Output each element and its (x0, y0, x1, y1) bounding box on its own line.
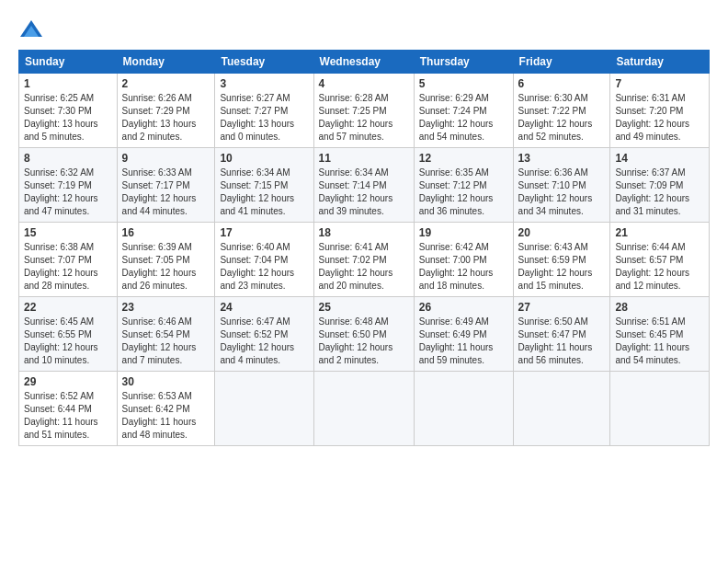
day-info: Sunrise: 6:28 AM Sunset: 7:25 PM Dayligh… (319, 92, 409, 144)
calendar-cell: 17Sunrise: 6:40 AM Sunset: 7:04 PM Dayli… (215, 223, 313, 297)
day-number: 18 (319, 226, 409, 239)
calendar-cell: 14Sunrise: 6:37 AM Sunset: 7:09 PM Dayli… (610, 148, 710, 223)
week-row-2: 8Sunrise: 6:32 AM Sunset: 7:19 PM Daylig… (19, 148, 710, 223)
day-info: Sunrise: 6:51 AM Sunset: 6:45 PM Dayligh… (615, 316, 704, 367)
calendar-cell: 5Sunrise: 6:29 AM Sunset: 7:24 PM Daylig… (414, 74, 513, 148)
day-number: 9 (122, 152, 210, 165)
page: SundayMondayTuesdayWednesdayThursdayFrid… (0, 0, 728, 563)
calendar-cell: 2Sunrise: 6:26 AM Sunset: 7:29 PM Daylig… (117, 74, 215, 148)
day-info: Sunrise: 6:35 AM Sunset: 7:12 PM Dayligh… (419, 167, 508, 218)
day-info: Sunrise: 6:42 AM Sunset: 7:00 PM Dayligh… (419, 241, 508, 293)
day-info: Sunrise: 6:53 AM Sunset: 6:42 PM Dayligh… (122, 390, 210, 442)
calendar-cell: 20Sunrise: 6:43 AM Sunset: 6:59 PM Dayli… (513, 223, 610, 297)
week-row-1: 1Sunrise: 6:25 AM Sunset: 7:30 PM Daylig… (19, 74, 710, 148)
calendar-cell: 19Sunrise: 6:42 AM Sunset: 7:00 PM Dayli… (414, 223, 513, 297)
calendar-cell: 30Sunrise: 6:53 AM Sunset: 6:42 PM Dayli… (117, 372, 215, 446)
calendar-cell: 7Sunrise: 6:31 AM Sunset: 7:20 PM Daylig… (610, 74, 710, 148)
day-number: 15 (24, 226, 112, 239)
day-info: Sunrise: 6:30 AM Sunset: 7:22 PM Dayligh… (518, 92, 606, 144)
calendar-cell: 1Sunrise: 6:25 AM Sunset: 7:30 PM Daylig… (19, 74, 118, 148)
weekday-header-friday: Friday (513, 51, 610, 74)
day-info: Sunrise: 6:34 AM Sunset: 7:14 PM Dayligh… (319, 167, 409, 218)
week-row-5: 29Sunrise: 6:52 AM Sunset: 6:44 PM Dayli… (19, 372, 710, 446)
day-number: 1 (24, 77, 112, 90)
calendar-cell: 22Sunrise: 6:45 AM Sunset: 6:55 PM Dayli… (19, 297, 118, 372)
day-info: Sunrise: 6:49 AM Sunset: 6:49 PM Dayligh… (419, 316, 508, 367)
day-number: 10 (220, 152, 308, 165)
calendar-cell: 29Sunrise: 6:52 AM Sunset: 6:44 PM Dayli… (19, 372, 118, 446)
day-info: Sunrise: 6:36 AM Sunset: 7:10 PM Dayligh… (518, 167, 606, 218)
day-info: Sunrise: 6:32 AM Sunset: 7:19 PM Dayligh… (24, 167, 112, 218)
day-info: Sunrise: 6:33 AM Sunset: 7:17 PM Dayligh… (122, 167, 210, 218)
calendar-cell (313, 372, 414, 446)
day-number: 12 (419, 152, 508, 165)
calendar-cell: 27Sunrise: 6:50 AM Sunset: 6:47 PM Dayli… (513, 297, 610, 372)
day-number: 25 (319, 301, 409, 314)
day-info: Sunrise: 6:50 AM Sunset: 6:47 PM Dayligh… (518, 316, 606, 367)
calendar-cell: 25Sunrise: 6:48 AM Sunset: 6:50 PM Dayli… (313, 297, 414, 372)
calendar-cell: 26Sunrise: 6:49 AM Sunset: 6:49 PM Dayli… (414, 297, 513, 372)
day-info: Sunrise: 6:47 AM Sunset: 6:52 PM Dayligh… (220, 316, 308, 367)
day-number: 17 (220, 226, 308, 239)
day-number: 19 (419, 226, 508, 239)
calendar-cell: 8Sunrise: 6:32 AM Sunset: 7:19 PM Daylig… (19, 148, 118, 223)
weekday-header-monday: Monday (117, 51, 215, 74)
day-number: 24 (220, 301, 308, 314)
day-info: Sunrise: 6:48 AM Sunset: 6:50 PM Dayligh… (319, 316, 409, 367)
calendar-cell: 23Sunrise: 6:46 AM Sunset: 6:54 PM Dayli… (117, 297, 215, 372)
logo (18, 18, 48, 44)
calendar-table: SundayMondayTuesdayWednesdayThursdayFrid… (18, 50, 710, 446)
day-number: 3 (220, 77, 308, 90)
day-number: 11 (319, 152, 409, 165)
header (18, 15, 710, 44)
calendar-cell: 4Sunrise: 6:28 AM Sunset: 7:25 PM Daylig… (313, 74, 414, 148)
day-number: 22 (24, 301, 112, 314)
day-info: Sunrise: 6:26 AM Sunset: 7:29 PM Dayligh… (122, 92, 210, 144)
day-number: 30 (122, 375, 210, 388)
calendar-cell: 10Sunrise: 6:34 AM Sunset: 7:15 PM Dayli… (215, 148, 313, 223)
day-number: 26 (419, 301, 508, 314)
day-number: 23 (122, 301, 210, 314)
calendar-cell: 6Sunrise: 6:30 AM Sunset: 7:22 PM Daylig… (513, 74, 610, 148)
weekday-header-saturday: Saturday (610, 51, 710, 74)
calendar-cell (414, 372, 513, 446)
day-number: 27 (518, 301, 606, 314)
calendar-cell: 24Sunrise: 6:47 AM Sunset: 6:52 PM Dayli… (215, 297, 313, 372)
day-info: Sunrise: 6:45 AM Sunset: 6:55 PM Dayligh… (24, 316, 112, 367)
day-number: 20 (518, 226, 606, 239)
calendar-cell: 3Sunrise: 6:27 AM Sunset: 7:27 PM Daylig… (215, 74, 313, 148)
day-number: 13 (518, 152, 606, 165)
day-info: Sunrise: 6:43 AM Sunset: 6:59 PM Dayligh… (518, 241, 606, 293)
day-number: 2 (122, 77, 210, 90)
day-number: 16 (122, 226, 210, 239)
day-number: 4 (319, 77, 409, 90)
calendar-cell: 16Sunrise: 6:39 AM Sunset: 7:05 PM Dayli… (117, 223, 215, 297)
weekday-header-thursday: Thursday (414, 51, 513, 74)
weekday-header-wednesday: Wednesday (313, 51, 414, 74)
calendar-cell: 9Sunrise: 6:33 AM Sunset: 7:17 PM Daylig… (117, 148, 215, 223)
day-info: Sunrise: 6:46 AM Sunset: 6:54 PM Dayligh… (122, 316, 210, 367)
day-info: Sunrise: 6:31 AM Sunset: 7:20 PM Dayligh… (615, 92, 704, 144)
week-row-4: 22Sunrise: 6:45 AM Sunset: 6:55 PM Dayli… (19, 297, 710, 372)
calendar-cell: 13Sunrise: 6:36 AM Sunset: 7:10 PM Dayli… (513, 148, 610, 223)
calendar-cell: 15Sunrise: 6:38 AM Sunset: 7:07 PM Dayli… (19, 223, 118, 297)
day-number: 21 (615, 226, 704, 239)
day-info: Sunrise: 6:29 AM Sunset: 7:24 PM Dayligh… (419, 92, 508, 144)
day-number: 28 (615, 301, 704, 314)
day-info: Sunrise: 6:38 AM Sunset: 7:07 PM Dayligh… (24, 241, 112, 293)
calendar-cell: 12Sunrise: 6:35 AM Sunset: 7:12 PM Dayli… (414, 148, 513, 223)
day-number: 8 (24, 152, 112, 165)
day-info: Sunrise: 6:40 AM Sunset: 7:04 PM Dayligh… (220, 241, 308, 293)
day-number: 5 (419, 77, 508, 90)
day-info: Sunrise: 6:44 AM Sunset: 6:57 PM Dayligh… (615, 241, 704, 293)
day-number: 14 (615, 152, 704, 165)
day-number: 7 (615, 77, 704, 90)
day-info: Sunrise: 6:25 AM Sunset: 7:30 PM Dayligh… (24, 92, 112, 144)
day-info: Sunrise: 6:39 AM Sunset: 7:05 PM Dayligh… (122, 241, 210, 293)
calendar-cell: 18Sunrise: 6:41 AM Sunset: 7:02 PM Dayli… (313, 223, 414, 297)
calendar-cell (513, 372, 610, 446)
weekday-header-tuesday: Tuesday (215, 51, 313, 74)
week-row-3: 15Sunrise: 6:38 AM Sunset: 7:07 PM Dayli… (19, 223, 710, 297)
logo-icon (18, 18, 44, 44)
calendar-cell: 21Sunrise: 6:44 AM Sunset: 6:57 PM Dayli… (610, 223, 710, 297)
